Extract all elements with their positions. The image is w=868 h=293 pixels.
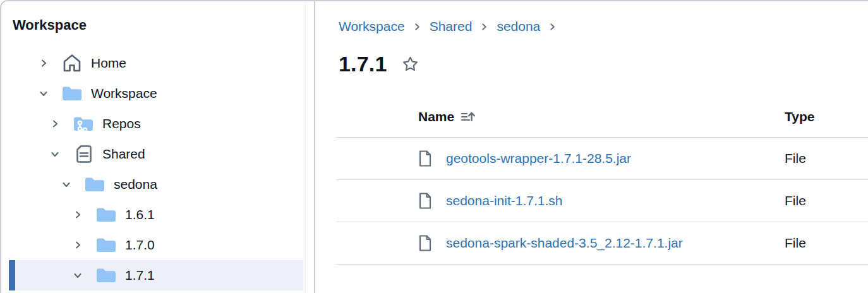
tree-item-label: 1.7.0: [125, 237, 155, 253]
breadcrumb-workspace[interactable]: Workspace: [339, 18, 405, 35]
sidebar-content: Workspace Home Workspace Repos: [1, 1, 306, 293]
tree-item-170[interactable]: 1.7.0: [9, 230, 303, 260]
chevron-down-icon[interactable]: [72, 270, 83, 281]
chevron-down-icon[interactable]: [49, 148, 61, 160]
column-header-name[interactable]: Name: [336, 109, 785, 124]
file-link[interactable]: geotools-wrapper-1.7.1-28.5.jar: [446, 151, 631, 166]
tree-item-label: Home: [91, 56, 126, 71]
chevron-right-icon[interactable]: [72, 239, 83, 251]
tree-item-shared[interactable]: Shared: [9, 139, 303, 169]
tree-item-171-selected[interactable]: 1.7.1: [9, 260, 303, 290]
workspace-sidebar: Workspace Home Workspace Repos: [1, 1, 315, 293]
table-row[interactable]: geotools-wrapper-1.7.1-28.5.jar File: [336, 138, 868, 180]
tree-item-161[interactable]: 1.6.1: [9, 200, 303, 230]
notebook-icon: [72, 143, 95, 165]
repos-icon: [72, 112, 95, 135]
folder-icon: [95, 203, 118, 226]
breadcrumb-chevron-icon: [479, 21, 489, 32]
sidebar-title: Workspace: [13, 18, 305, 33]
breadcrumb-shared[interactable]: Shared: [430, 18, 473, 35]
tree-item-label: Shared: [102, 146, 145, 162]
file-type: File: [785, 193, 868, 208]
table-header-row: Name Type: [336, 97, 868, 138]
breadcrumb-chevron-icon: [548, 21, 557, 32]
chevron-down-icon[interactable]: [38, 88, 49, 99]
tree-item-label: Repos: [102, 116, 141, 131]
tree-item-home[interactable]: Home: [9, 48, 303, 78]
folder-detail-panel: Workspace Shared sedona 1.7.1 Name Type: [316, 1, 868, 293]
file-type: File: [785, 151, 868, 166]
file-icon: [418, 234, 432, 252]
breadcrumb: Workspace Shared sedona: [339, 18, 868, 35]
folder-icon: [95, 264, 118, 287]
title-row: 1.7.1: [339, 50, 868, 78]
tree-item-repos[interactable]: Repos: [9, 109, 303, 139]
breadcrumb-chevron-icon: [413, 21, 422, 32]
column-header-type[interactable]: Type: [785, 109, 868, 124]
sort-ascending-icon: [461, 111, 476, 123]
breadcrumb-sedona[interactable]: sedona: [497, 18, 540, 35]
tree-item-label: Workspace: [91, 86, 157, 101]
folder-icon: [61, 82, 83, 105]
file-link[interactable]: sedona-init-1.7.1.sh: [446, 193, 562, 208]
folder-icon: [83, 173, 106, 196]
workspace-tree: Home Workspace Repos Shared: [1, 48, 305, 290]
file-icon: [418, 150, 432, 167]
chevron-right-icon[interactable]: [72, 209, 83, 220]
favorite-star-icon[interactable]: [401, 55, 419, 73]
home-icon: [61, 52, 83, 75]
file-type: File: [785, 236, 868, 251]
workspace-browser-window: Workspace Home Workspace Repos: [0, 0, 868, 293]
tree-item-label: 1.6.1: [125, 207, 155, 222]
page-title: 1.7.1: [339, 50, 387, 78]
tree-item-sedona[interactable]: sedona: [9, 169, 303, 200]
tree-item-label: 1.7.1: [125, 268, 155, 283]
chevron-down-icon[interactable]: [61, 179, 72, 190]
file-icon: [418, 192, 432, 210]
chevron-right-icon[interactable]: [49, 118, 61, 129]
table-row[interactable]: sedona-spark-shaded-3.5_2.12-1.7.1.jar F…: [336, 222, 868, 265]
folder-icon: [95, 234, 118, 256]
tree-item-label: sedona: [114, 177, 157, 192]
file-link[interactable]: sedona-spark-shaded-3.5_2.12-1.7.1.jar: [446, 236, 683, 251]
table-row[interactable]: sedona-init-1.7.1.sh File: [336, 180, 868, 222]
chevron-right-icon[interactable]: [38, 57, 49, 69]
file-table: Name Type geotools-wrapper-1.7.1-28.5.ja…: [336, 97, 868, 265]
tree-item-workspace[interactable]: Workspace: [9, 78, 303, 109]
